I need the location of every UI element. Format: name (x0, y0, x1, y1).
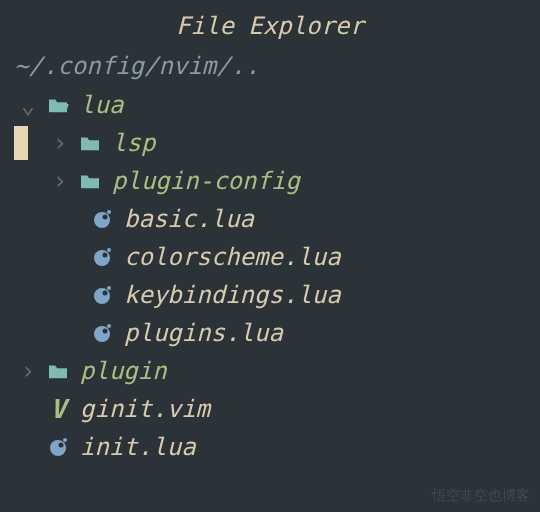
svg-point-4 (103, 253, 108, 258)
tree-row-init[interactable]: · init.lua (14, 428, 540, 466)
tree-row-plugins[interactable]: plugins.lua (14, 314, 540, 352)
folder-icon (74, 172, 106, 190)
tree-row-plugin[interactable]: › plugin (14, 352, 540, 390)
svg-point-8 (107, 286, 111, 290)
dir-label: plugin-config (106, 163, 300, 199)
tree-row-plugin-config[interactable]: › plugin-config (14, 162, 540, 200)
svg-point-2 (107, 210, 111, 214)
breadcrumb-path: ~/.config/nvim/.. (0, 48, 540, 84)
watermark: 悟空非空也博客 (432, 485, 530, 506)
chevron-right-icon[interactable]: › (14, 353, 42, 389)
svg-point-1 (103, 215, 108, 220)
tree-row-keybindings[interactable]: keybindings.lua (14, 276, 540, 314)
tree-row-ginit[interactable]: · V ginit.vim (14, 390, 540, 428)
lua-file-icon (86, 247, 118, 267)
tree-row-lsp[interactable]: › lsp (14, 124, 540, 162)
svg-point-0 (94, 212, 110, 228)
file-label: ginit.vim (74, 391, 210, 427)
lua-file-icon (42, 437, 74, 457)
panel-title: File Explorer (0, 8, 540, 44)
folder-icon (42, 362, 74, 380)
file-label: plugins.lua (118, 315, 283, 351)
tree-row-colorscheme[interactable]: colorscheme.lua (14, 238, 540, 276)
svg-point-9 (94, 326, 110, 342)
folder-icon (74, 134, 106, 152)
chevron-down-icon[interactable]: ⌄ (14, 87, 42, 123)
lua-file-icon (86, 285, 118, 305)
svg-point-14 (63, 438, 67, 442)
svg-point-11 (107, 324, 111, 328)
lua-file-icon (86, 323, 118, 343)
file-tree: ⌄ lua › lsp › plugin-config basic.lua co… (0, 86, 540, 466)
svg-point-7 (103, 291, 108, 296)
svg-point-5 (107, 248, 111, 252)
file-label: init.lua (74, 429, 196, 465)
svg-point-3 (94, 250, 110, 266)
chevron-right-icon[interactable]: › (46, 125, 74, 161)
file-label: basic.lua (118, 201, 254, 237)
tree-row-lua[interactable]: ⌄ lua (14, 86, 540, 124)
tree-row-basic[interactable]: basic.lua (14, 200, 540, 238)
svg-point-12 (50, 440, 66, 456)
svg-point-10 (103, 329, 108, 334)
vim-file-icon: V (42, 390, 74, 429)
file-label: colorscheme.lua (118, 239, 341, 275)
dir-label: lsp (106, 125, 155, 161)
file-label: keybindings.lua (118, 277, 341, 313)
lua-file-icon (86, 209, 118, 229)
svg-point-6 (94, 288, 110, 304)
svg-point-13 (59, 443, 64, 448)
cursor-indicator (14, 126, 28, 160)
dir-label: plugin (74, 353, 167, 389)
chevron-right-icon[interactable]: › (46, 163, 74, 199)
dir-label: lua (74, 87, 123, 123)
folder-open-icon (42, 96, 74, 114)
